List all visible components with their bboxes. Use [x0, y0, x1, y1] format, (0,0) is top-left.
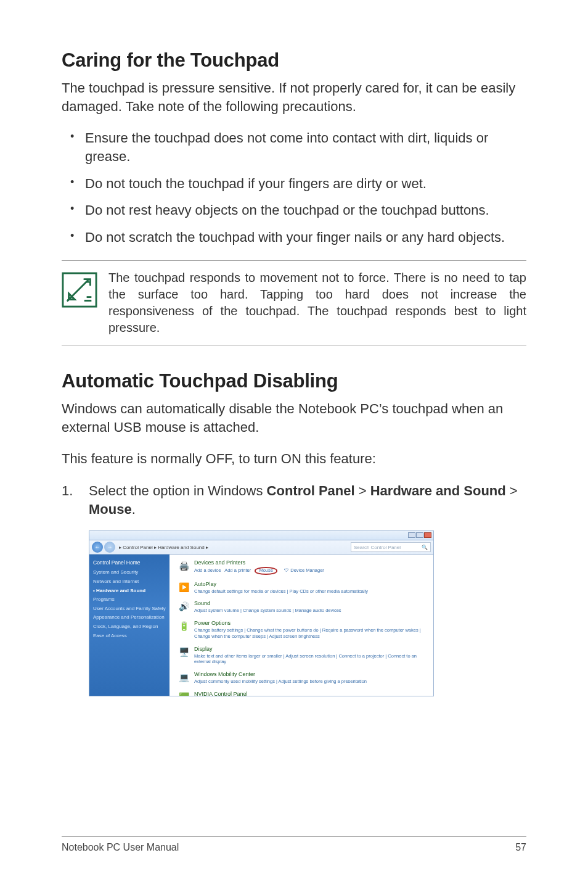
close-icon — [424, 532, 431, 538]
care-bullet: Ensure the touchpad does not come into c… — [62, 129, 526, 165]
intro-care: The touchpad is pressure sensitive. If n… — [62, 79, 526, 115]
step1-sep2: > — [506, 483, 518, 498]
care-bullet: Do not touch the touchpad if your finger… — [62, 175, 526, 193]
cp-group-power: 🔋 Power OptionsChange battery settings |… — [177, 620, 426, 640]
power-icon: 🔋 — [177, 620, 190, 632]
cp-group-hd: Display — [194, 646, 426, 652]
cp-breadcrumb: ▸ Control Panel ▸ Hardware and Sound ▸ — [119, 545, 208, 550]
cp-group-lnks: Change battery settings | Change what th… — [194, 627, 426, 640]
cp-side-item: User Accounts and Family Safety — [93, 606, 166, 612]
auto-p1: Windows can automatically disable the No… — [62, 400, 526, 436]
cp-side-item: Clock, Language, and Region — [93, 624, 166, 630]
section-title-care: Caring for the Touchpad — [62, 49, 526, 72]
cp-main: 🖨️ Devices and Printers Add a device Add… — [169, 555, 433, 696]
cp-group-lnks: Make text and other items larger or smal… — [194, 653, 426, 666]
step1-b3: Mouse — [89, 501, 132, 517]
cp-home-link: Control Panel Home — [93, 559, 166, 566]
printer-icon: 🖨️ — [177, 559, 190, 572]
cp-side-item: Appearance and Personalization — [93, 614, 166, 621]
cp-group-hd: NVIDIA Control Panel — [194, 691, 426, 696]
section-title-auto: Automatic Touchpad Disabling — [62, 370, 526, 392]
page-footer: Notebook PC User Manual 57 — [62, 836, 526, 853]
auto-p2: This feature is normally OFF, to turn ON… — [62, 450, 526, 468]
steps-list: Select the option in Windows Control Pan… — [62, 482, 526, 518]
step1-b1: Control Panel — [267, 483, 355, 498]
autoplay-icon: ▶️ — [177, 581, 190, 593]
cp-group-sound: 🔊 SoundAdjust system volume | Change sys… — [177, 600, 426, 614]
cp-body: Control Panel Home System and Security N… — [89, 555, 434, 696]
cp-titlebar — [89, 530, 434, 540]
cp-group-lnks: Adjust system volume | Change system sou… — [194, 608, 426, 614]
cp-group-lnks: Add a device Add a printer Mouse 🛡 Devic… — [194, 567, 426, 574]
cp-address-bar: ← → ▸ Control Panel ▸ Hardware and Sound… — [89, 540, 434, 555]
step1-end: . — [132, 501, 136, 517]
footer-right: 57 — [515, 842, 526, 853]
cp-group-devices: 🖨️ Devices and Printers Add a device Add… — [177, 559, 426, 574]
cp-group-hd: AutoPlay — [194, 581, 426, 587]
cp-side-item-active: • Hardware and Sound — [93, 588, 166, 594]
cp-search-placeholder: Search Control Panel — [354, 545, 422, 550]
display-icon: 🖥️ — [177, 646, 190, 658]
cp-side-item: Programs — [93, 596, 166, 603]
control-panel-screenshot: ← → ▸ Control Panel ▸ Hardware and Sound… — [89, 530, 434, 696]
cp-sidebar: Control Panel Home System and Security N… — [89, 555, 169, 696]
note-box: The touchpad responds to movement not to… — [62, 260, 526, 345]
cp-side-item-active-label: Hardware and Sound — [96, 588, 145, 593]
cp-side-item: Ease of Access — [93, 633, 166, 639]
care-bullet: Do not rest heavy objects on the touchpa… — [62, 201, 526, 220]
note-text: The touchpad responds to movement not to… — [108, 270, 526, 336]
cp-group-hd: Sound — [194, 600, 426, 606]
back-button-icon: ← — [92, 542, 103, 553]
sound-icon: 🔊 — [177, 600, 190, 613]
cp-group-display: 🖥️ DisplayMake text and other items larg… — [177, 646, 426, 666]
step1-sep1: > — [355, 483, 370, 498]
maximize-icon — [416, 532, 423, 538]
forward-button-icon: → — [104, 542, 115, 553]
cp-group-lnks: Change default settings for media or dev… — [194, 588, 426, 595]
step-1: Select the option in Windows Control Pan… — [62, 482, 526, 518]
cp-group-lnks: Adjust commonly used mobility settings |… — [194, 679, 426, 685]
mobility-icon: 💻 — [177, 671, 190, 683]
footer-left: Notebook PC User Manual — [62, 842, 179, 853]
cp-group-mobility: 💻 Windows Mobility CenterAdjust commonly… — [177, 671, 426, 685]
cp-group-hd: Devices and Printers — [194, 559, 426, 566]
cp-group-nvidia: 🟩 NVIDIA Control Panel — [177, 691, 426, 696]
cp-side-item: System and Security — [93, 569, 166, 576]
nvidia-icon: 🟩 — [177, 691, 190, 696]
step1-pre: Select the option in Windows — [89, 483, 267, 498]
note-icon — [62, 272, 97, 310]
minimize-icon — [408, 532, 415, 538]
mouse-highlight: Mouse — [255, 567, 277, 574]
step1-b2: Hardware and Sound — [370, 483, 506, 498]
cp-group-hd: Windows Mobility Center — [194, 671, 426, 677]
cp-side-item: Network and Internet — [93, 579, 166, 585]
care-bullet-list: Ensure the touchpad does not come into c… — [62, 129, 526, 246]
cp-window-buttons — [408, 532, 431, 538]
cp-group-autoplay: ▶️ AutoPlayChange default settings for m… — [177, 581, 426, 595]
search-icon: 🔍 — [422, 545, 428, 550]
cp-search-field: Search Control Panel 🔍 — [351, 542, 431, 552]
care-bullet: Do not scratch the touchpad with your fi… — [62, 228, 526, 247]
cp-group-hd: Power Options — [194, 620, 426, 626]
